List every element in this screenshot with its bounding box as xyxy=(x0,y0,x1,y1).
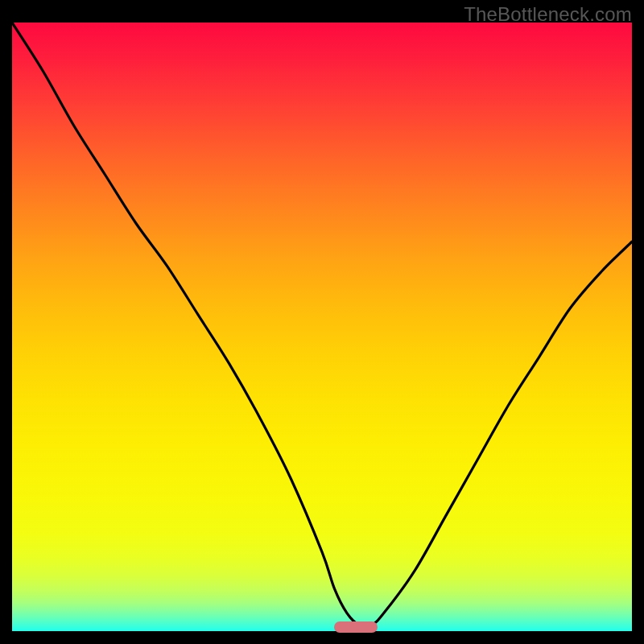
bottleneck-curve xyxy=(12,23,632,631)
plot-area xyxy=(12,23,632,631)
chart-container: TheBottleneck.com xyxy=(0,0,644,644)
optimal-range-marker xyxy=(334,621,378,633)
curve-path xyxy=(12,23,632,626)
